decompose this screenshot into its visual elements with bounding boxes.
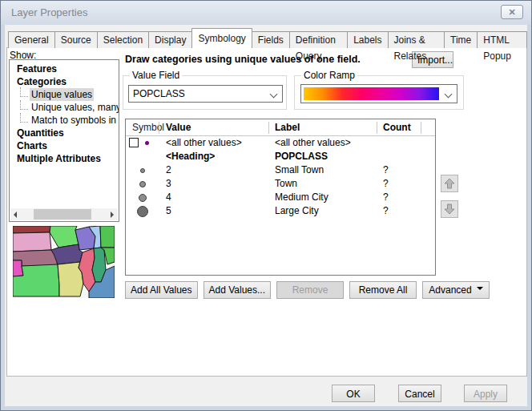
column-header-count[interactable]: Count bbox=[383, 122, 411, 133]
map-preview bbox=[13, 226, 115, 298]
map-region bbox=[13, 232, 51, 252]
table-row[interactable]: <Heading>POPCLASS bbox=[126, 150, 435, 163]
tab-symbology[interactable]: Symbology bbox=[191, 28, 252, 48]
graduated-circle-symbol bbox=[126, 191, 161, 204]
tree-item-label: Unique values, many bbox=[30, 101, 119, 114]
cancel-button[interactable]: Cancel bbox=[398, 385, 441, 402]
symbology-tab-page: Show: FeaturesCategoriesUnique valuesUni… bbox=[6, 47, 527, 377]
scroll-right-icon[interactable] bbox=[106, 208, 118, 220]
table-row[interactable]: <all other values><all other values> bbox=[126, 136, 435, 150]
cell-value: <all other values> bbox=[166, 137, 242, 148]
move-up-button[interactable] bbox=[441, 175, 458, 192]
title-bar: Layer Properties ✕ bbox=[1, 1, 531, 25]
color-ramp-swatch bbox=[304, 87, 439, 100]
all-other-values-symbol bbox=[126, 136, 161, 150]
tab-general[interactable]: General bbox=[8, 31, 55, 48]
cell-label: POPCLASS bbox=[275, 151, 328, 162]
circle-symbol-icon[interactable] bbox=[140, 168, 145, 173]
color-ramp-group: Color Ramp bbox=[294, 75, 464, 110]
cell-value: 5 bbox=[166, 205, 171, 216]
column-divider bbox=[268, 122, 269, 134]
table-row[interactable]: 2Small Town? bbox=[126, 163, 435, 177]
apply-button[interactable]: Apply bbox=[464, 385, 507, 402]
tree-item-quantities[interactable]: Quantities bbox=[10, 127, 119, 139]
show-tree-items: FeaturesCategoriesUnique valuesUnique va… bbox=[10, 62, 119, 165]
tab-definition-query[interactable]: Definition Query bbox=[289, 31, 348, 48]
cell-count: ? bbox=[383, 178, 389, 189]
tree-item-label: Charts bbox=[15, 139, 49, 152]
graduated-circle-symbol bbox=[126, 204, 161, 218]
move-down-button[interactable] bbox=[441, 200, 458, 218]
tree-item-multiple-attributes[interactable]: Multiple Attributes bbox=[10, 152, 119, 165]
tree-item-label: Match to symbols in a bbox=[30, 114, 119, 127]
tree-item-label: Features bbox=[15, 62, 58, 75]
tree-item-features[interactable]: Features bbox=[10, 62, 119, 75]
cell-label: Medium City bbox=[275, 191, 328, 203]
tab-selection[interactable]: Selection bbox=[97, 31, 149, 48]
map-region bbox=[100, 226, 115, 248]
value-field-selected: POPCLASS bbox=[133, 88, 185, 99]
chevron-down-icon bbox=[270, 91, 278, 99]
tab-display[interactable]: Display bbox=[148, 31, 192, 48]
cell-count: ? bbox=[383, 164, 389, 175]
tree-horizontal-scrollbar[interactable] bbox=[10, 208, 118, 220]
table-rows: <all other values><all other values><Hea… bbox=[126, 136, 435, 218]
tab-time[interactable]: Time bbox=[444, 31, 478, 48]
cell-value: <Heading> bbox=[166, 151, 215, 162]
value-field-group: Value Field POPCLASS bbox=[123, 75, 287, 110]
cell-label: Large City bbox=[275, 205, 319, 216]
arrow-up-icon bbox=[444, 178, 455, 189]
scrollbar-thumb[interactable] bbox=[34, 209, 91, 220]
value-action-buttons: Add All ValuesAdd Values...RemoveRemove … bbox=[125, 281, 490, 299]
close-icon[interactable]: ✕ bbox=[501, 5, 523, 19]
table-row[interactable]: 5Large City? bbox=[126, 204, 435, 218]
chevron-down-icon bbox=[445, 91, 453, 99]
layer-properties-dialog: Layer Properties ✕ GeneralSourceSelectio… bbox=[0, 0, 532, 411]
point-symbol-icon bbox=[145, 141, 149, 145]
value-field-group-label: Value Field bbox=[130, 70, 182, 81]
remove-button[interactable]: Remove bbox=[276, 281, 344, 299]
add-all-values-button[interactable]: Add All Values bbox=[125, 281, 198, 299]
ok-button[interactable]: OK bbox=[332, 385, 375, 402]
column-header-symbol[interactable]: Symbol bbox=[132, 122, 164, 133]
circle-symbol-icon[interactable] bbox=[139, 181, 146, 187]
cell-count: ? bbox=[383, 205, 389, 216]
show-tree: FeaturesCategoriesUnique valuesUnique va… bbox=[9, 59, 119, 222]
dropdown-caret-icon bbox=[477, 287, 483, 293]
tree-connector bbox=[20, 100, 28, 110]
column-divider bbox=[377, 122, 377, 134]
tab-html-popup[interactable]: HTML Popup bbox=[477, 31, 527, 48]
cell-label: Town bbox=[275, 178, 297, 189]
tree-item-charts[interactable]: Charts bbox=[10, 139, 119, 152]
cell-label: <all other values> bbox=[275, 137, 351, 148]
cell-label: Small Town bbox=[275, 164, 324, 175]
tab-strip: GeneralSourceSelectionDisplaySymbologyFi… bbox=[8, 30, 527, 48]
column-header-label[interactable]: Label bbox=[275, 122, 300, 133]
tab-joins-relates[interactable]: Joins & Relates bbox=[388, 31, 445, 48]
tree-item-match-to-symbols-in-a[interactable]: Match to symbols in a bbox=[10, 114, 119, 127]
table-header: Symbol Value Label Count bbox=[126, 119, 435, 136]
unique-values-table: Symbol Value Label Count <all other valu… bbox=[125, 119, 436, 276]
circle-symbol-icon[interactable] bbox=[137, 206, 148, 217]
window-title: Layer Properties bbox=[11, 6, 87, 18]
advanced-button[interactable]: Advanced bbox=[422, 281, 490, 299]
tab-fields[interactable]: Fields bbox=[252, 31, 290, 48]
tree-item-label: Quantities bbox=[15, 127, 66, 139]
cell-count: ? bbox=[383, 191, 389, 203]
column-header-value[interactable]: Value bbox=[166, 122, 191, 133]
tab-labels[interactable]: Labels bbox=[347, 31, 388, 48]
table-row[interactable]: 3Town? bbox=[126, 177, 435, 191]
color-ramp-group-label: Color Ramp bbox=[301, 70, 357, 81]
color-ramp-dropdown[interactable] bbox=[300, 84, 457, 103]
circle-symbol-icon[interactable] bbox=[139, 194, 147, 202]
tree-connector bbox=[20, 113, 28, 123]
scroll-left-icon[interactable] bbox=[10, 208, 22, 220]
table-row[interactable]: 4Medium City? bbox=[126, 191, 435, 204]
tree-item-label: Multiple Attributes bbox=[15, 152, 103, 165]
remove-all-button[interactable]: Remove All bbox=[349, 281, 417, 299]
tab-source[interactable]: Source bbox=[54, 31, 98, 48]
value-field-dropdown[interactable]: POPCLASS bbox=[128, 85, 283, 103]
panel-heading: Draw categories using unique values of o… bbox=[125, 54, 361, 65]
add-values--button[interactable]: Add Values... bbox=[204, 281, 272, 299]
all-other-values-checkbox[interactable] bbox=[129, 138, 139, 147]
